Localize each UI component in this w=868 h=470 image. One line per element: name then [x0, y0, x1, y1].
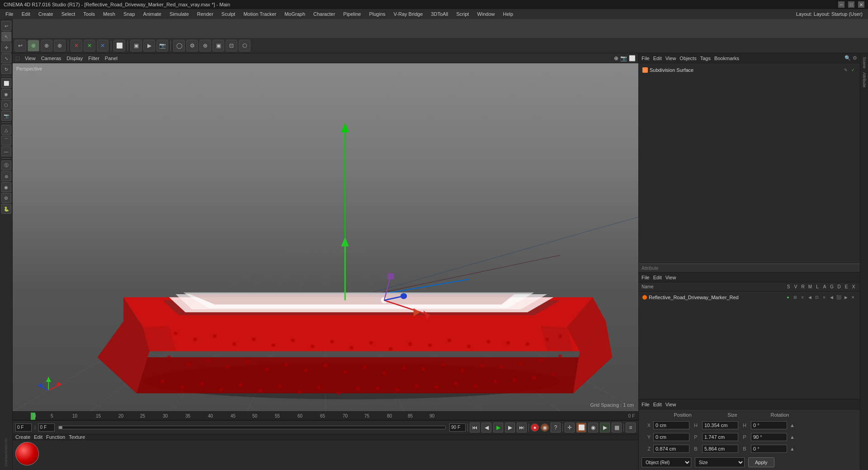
play-mode-button[interactable]: ▶	[600, 423, 610, 432]
scene-tab[interactable]: Scene	[861, 55, 868, 70]
menu-3dtoall[interactable]: 3DToAll	[427, 10, 452, 18]
display3-icon[interactable]: ⬡	[239, 40, 250, 52]
add-icon[interactable]: ⊕	[41, 40, 52, 52]
size-mode-select[interactable]: Size Scale	[695, 457, 745, 467]
props-edit-menu[interactable]: Edit	[653, 275, 662, 280]
add-keyframe-button[interactable]: ✛	[565, 423, 575, 432]
del-keyframe-button[interactable]: ⬜	[576, 423, 586, 432]
obj-tags-menu[interactable]: Tags	[700, 56, 711, 61]
tool-paint[interactable]: ◉	[1, 182, 11, 192]
tool-camera[interactable]: 📷	[1, 111, 11, 121]
add2-icon[interactable]: ⊕	[54, 40, 66, 52]
tool-polygon[interactable]: △	[1, 125, 11, 135]
tool-scale[interactable]: ⤡	[1, 53, 11, 63]
menu-mesh[interactable]: Mesh	[99, 10, 119, 18]
menu-mograph[interactable]: MoGraph	[281, 10, 309, 18]
rot-h-field[interactable]	[751, 421, 787, 429]
obj-edit-icon[interactable]: ✎	[843, 67, 849, 73]
go-end-button[interactable]: ⏭	[517, 423, 527, 432]
prop-eye-icon[interactable]: ●	[785, 294, 791, 301]
viewport-camera-icon[interactable]: 📷	[620, 55, 627, 61]
prop-gen-icon[interactable]: ≡	[821, 294, 827, 301]
viewport-panel-menu[interactable]: Panel	[105, 56, 118, 61]
timeline-ruler[interactable]: 0 5 10 15 20 25 30 35 40 45 50 55 60 65 …	[13, 411, 638, 420]
frame-end-field[interactable]	[449, 423, 466, 432]
obj-bookmarks-menu[interactable]: Bookmarks	[714, 56, 739, 61]
apply-button[interactable]: Apply	[748, 457, 774, 467]
tool-material[interactable]: Ⓢ	[1, 160, 11, 170]
menu-pipeline[interactable]: Pipeline	[340, 10, 364, 18]
tool-spline[interactable]: ⌒	[1, 136, 11, 146]
attribute-tab[interactable]: Attribute	[861, 70, 868, 89]
close-button[interactable]: ✕	[858, 1, 864, 8]
menu-help[interactable]: Help	[500, 10, 517, 18]
attr-edit-menu[interactable]: Edit	[653, 402, 662, 407]
mat-menu-texture[interactable]: Texture	[69, 434, 85, 440]
props-view-menu[interactable]: View	[665, 275, 676, 280]
obj-objects-menu[interactable]: Objects	[679, 56, 696, 61]
menu-render[interactable]: Render	[193, 10, 217, 18]
maximize-button[interactable]: □	[848, 1, 854, 8]
mat-menu-create[interactable]: Create	[15, 434, 30, 440]
frame-start-field[interactable]	[38, 423, 55, 432]
y-mode-icon[interactable]: ✕	[84, 40, 95, 52]
viewport-3d[interactable]: Perspective Grid Spacing : 1 cm	[13, 63, 638, 411]
material-swatch-container[interactable]: VR_mat	[15, 442, 39, 470]
menu-simulate[interactable]: Simulate	[166, 10, 193, 18]
menu-sculpt[interactable]: Sculpt	[218, 10, 239, 18]
prop-black-icon[interactable]: ⬛	[835, 294, 842, 301]
object-icon[interactable]: ◯	[173, 40, 185, 52]
menu-file[interactable]: File	[2, 10, 17, 18]
obj-gear-icon[interactable]: ⚙	[853, 55, 857, 61]
prop-x-icon[interactable]: ✕	[850, 294, 856, 301]
render-icon[interactable]: ▶	[143, 40, 155, 52]
tool-nurbs[interactable]: ◉	[1, 89, 11, 99]
timeline-button[interactable]: ≡	[626, 423, 636, 432]
tool-python[interactable]: 🐍	[1, 204, 11, 214]
new-object-icon[interactable]: ⊕	[28, 40, 39, 52]
viewport-display-menu[interactable]: Display	[66, 56, 83, 61]
display2-icon[interactable]: ⊡	[226, 40, 237, 52]
tool-line[interactable]: —	[1, 146, 11, 156]
menu-select[interactable]: Select	[58, 10, 79, 18]
menu-plugins[interactable]: Plugins	[365, 10, 389, 18]
tool-select[interactable]: ↖	[1, 32, 11, 42]
minimize-button[interactable]: ─	[838, 1, 844, 8]
coordinate-system-select[interactable]: Object (Rel) World Local	[642, 457, 691, 467]
mat-menu-function[interactable]: Function	[46, 434, 65, 440]
mat-menu-edit[interactable]: Edit	[34, 434, 42, 440]
x-spin-up[interactable]: ▲	[790, 423, 795, 428]
z-mode-icon[interactable]: ✕	[97, 40, 108, 52]
undo-icon[interactable]: ↩	[14, 40, 26, 52]
current-frame-field[interactable]	[15, 423, 32, 432]
tool-deformer[interactable]: ⬡	[1, 100, 11, 110]
next-frame-button[interactable]: ▶	[505, 423, 515, 432]
obj-edit-menu[interactable]: Edit	[653, 56, 662, 61]
scene-icon[interactable]: ⚙	[186, 40, 198, 52]
prop-deform-icon[interactable]: ◀	[828, 294, 835, 301]
obj-check-icon[interactable]: ✓	[850, 67, 856, 73]
viewport-view-menu[interactable]: View	[25, 56, 36, 61]
tool-move[interactable]: ✛	[1, 42, 11, 52]
tool-rotate[interactable]: ↻	[1, 64, 11, 74]
prop-fwd-icon[interactable]: ▶	[843, 294, 849, 301]
key-selection-button[interactable]: ?	[551, 423, 561, 432]
material-swatch[interactable]	[15, 442, 39, 465]
size-h-field[interactable]	[702, 421, 738, 429]
y-spin-up[interactable]: ▲	[790, 434, 795, 440]
playback-slider[interactable]	[58, 426, 446, 429]
menu-snap[interactable]: Snap	[120, 10, 139, 18]
light-icon[interactable]: ⊛	[199, 40, 211, 52]
record-button[interactable]: ●	[531, 423, 539, 432]
tool-undo[interactable]: ↩	[1, 21, 11, 31]
subdivision-surface-item[interactable]: Subdivision Surface ✎ ✓	[641, 65, 858, 75]
menu-vraybridge[interactable]: V-Ray Bridge	[390, 10, 427, 18]
z-spin-up[interactable]: ▲	[790, 446, 795, 451]
grid-icon[interactable]: ▣	[212, 40, 224, 52]
menu-script[interactable]: Script	[453, 10, 472, 18]
menu-character[interactable]: Character	[310, 10, 339, 18]
prev-key-button[interactable]: ◉	[588, 423, 598, 432]
render-to-picture-icon[interactable]: 📷	[156, 40, 168, 52]
auto-key-button[interactable]: ◉	[541, 423, 549, 432]
obj-view-menu[interactable]: View	[665, 56, 676, 61]
